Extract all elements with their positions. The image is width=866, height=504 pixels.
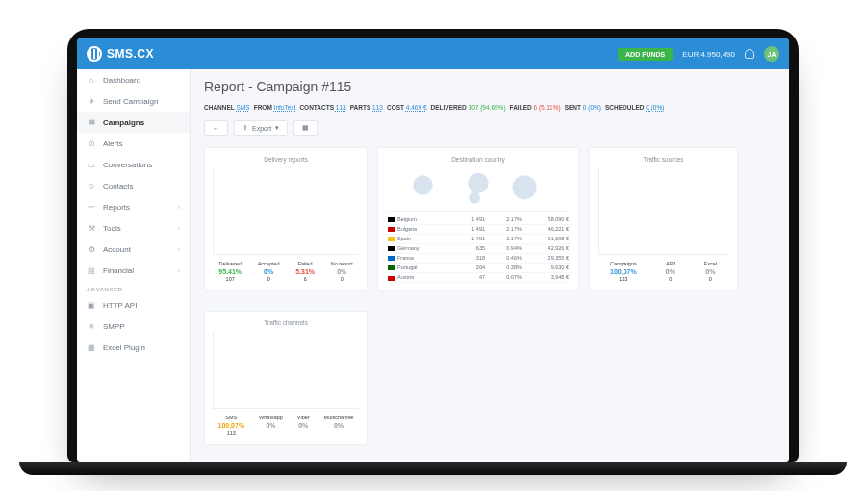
kpi-label: API xyxy=(666,261,675,267)
avatar[interactable]: JA xyxy=(764,46,779,62)
sidebar-item-conversations[interactable]: ▭Conversations xyxy=(77,154,190,175)
add-funds-button[interactable]: ADD FUNDS xyxy=(618,48,673,61)
tools-icon: ⚒ xyxy=(87,223,96,233)
meta-label: SENT xyxy=(565,104,581,111)
kpi-label: Excel xyxy=(704,261,717,267)
smpp-icon: ✳ xyxy=(87,321,96,331)
kpi-value: 100,07% xyxy=(217,421,244,430)
sidebar-item-send-campaign[interactable]: ✈Send Campaign xyxy=(77,90,190,112)
sidebar-item-tools[interactable]: ⚒Tools› xyxy=(77,217,190,239)
meta-value[interactable]: 113 xyxy=(372,104,383,111)
sidebar-item-dashboard[interactable]: ⌂Dashboard xyxy=(77,69,190,90)
balance-text: EUR 4.950,490 xyxy=(682,50,735,59)
meta-label: FROM xyxy=(254,104,272,111)
meta-label: FAILED xyxy=(510,104,532,111)
send-icon: ✈ xyxy=(87,96,96,106)
card-delivery-reports: Delivery reports Delivered95.41%107 Acce… xyxy=(204,147,368,291)
meta-value[interactable]: 6 (5.31%) xyxy=(534,104,561,111)
kpi-value: 0% xyxy=(259,421,283,430)
flag-icon xyxy=(388,265,395,270)
sidebar-item-alerts[interactable]: ⊙Alerts xyxy=(77,133,190,154)
kpi-label: Delivered xyxy=(218,261,242,267)
meta-value[interactable]: InfoText xyxy=(274,104,296,111)
sidebar-item-label: Reports xyxy=(103,203,130,212)
kpi-row: Campaigns100,07%113 API0%0 Excel0%0 xyxy=(598,261,729,283)
meta-value[interactable]: 0 (0%) xyxy=(583,104,601,111)
kpi-row: SMS100,07%113 Whatsapp0% Viber0% Multich… xyxy=(213,415,359,437)
sidebar-item-account[interactable]: ⚙Account› xyxy=(77,239,190,260)
kpi-row: Delivered95.41%107 Accepted0%0 Failed5.3… xyxy=(213,261,359,283)
sidebar-item-label: Campaigns xyxy=(103,118,144,127)
table-row: Belgium1 4912.17%58,090 € xyxy=(386,215,571,225)
kpi-label: SMS xyxy=(217,415,244,421)
meta-value[interactable]: 113 xyxy=(336,104,346,111)
meta-label: CHANNEL xyxy=(204,104,235,111)
world-map xyxy=(386,168,571,212)
sidebar-item-excel-plugin[interactable]: ▦Excel Plugin xyxy=(77,337,190,358)
country-table: Belgium1 4912.17%58,090 €Bulgaria1 4912.… xyxy=(386,215,571,283)
meta-value[interactable]: SMS xyxy=(237,104,250,111)
sidebar-item-contacts[interactable]: ☺Contacts xyxy=(77,175,190,196)
export-button[interactable]: ⇪Export ▾ xyxy=(234,120,288,136)
chevron-right-icon: › xyxy=(178,267,180,274)
page-title: Report - Campaign #115 xyxy=(204,79,776,94)
sidebar-item-http-api[interactable]: ▣HTTP API xyxy=(77,294,190,315)
card-destination-country: Destination country Belgium1 4912.17%58,… xyxy=(377,147,579,291)
flag-icon xyxy=(388,217,395,222)
flag-icon xyxy=(388,246,395,251)
kpi-value: 0% xyxy=(666,267,675,276)
kpi-value: 100,07% xyxy=(610,267,637,276)
kpi-value: 0% xyxy=(704,267,717,276)
topbar: SMS.CX ADD FUNDS EUR 4.950,490 JA xyxy=(77,38,789,69)
flag-icon xyxy=(388,237,395,241)
grid-toggle-button[interactable]: ▦ xyxy=(293,120,318,136)
meta-label: SCHEDULED xyxy=(605,104,644,111)
table-row: Austria470.07%3,948 € xyxy=(386,272,571,282)
meta-value[interactable]: 0 (0%) xyxy=(646,104,664,111)
sidebar-item-label: Tools xyxy=(103,224,121,233)
user-icon: ☺ xyxy=(87,181,96,190)
chat-icon: ▭ xyxy=(87,160,96,169)
export-label: Export xyxy=(252,125,271,132)
kpi-sub: 0 xyxy=(704,276,717,283)
kpi-value: 0% xyxy=(331,267,353,276)
kpi-sub: 6 xyxy=(295,276,315,283)
api-icon: ▣ xyxy=(87,300,96,310)
bell-icon[interactable] xyxy=(745,49,754,59)
kpi-value: 95.41% xyxy=(218,267,242,276)
sidebar-item-campaigns[interactable]: ✉Campaigns xyxy=(77,112,190,133)
sidebar-item-label: Alerts xyxy=(103,139,122,148)
back-button[interactable]: ← xyxy=(204,120,228,136)
meta-value[interactable]: 4.469 € xyxy=(406,104,427,111)
table-row: France3180.46%29,355 € xyxy=(386,253,571,263)
brand[interactable]: SMS.CX xyxy=(87,46,154,62)
sidebar-item-financial[interactable]: ▤Financial› xyxy=(77,260,190,281)
app-screen: SMS.CX ADD FUNDS EUR 4.950,490 JA ⌂Dashb… xyxy=(77,38,789,462)
card-title: Delivery reports xyxy=(213,156,359,163)
kpi-label: Campaigns xyxy=(610,261,637,267)
bar-chart xyxy=(598,168,729,255)
mail-icon: ✉ xyxy=(87,117,96,127)
home-icon: ⌂ xyxy=(87,75,96,85)
meta-value[interactable]: 107 (94.69%) xyxy=(469,104,506,111)
chevron-right-icon: › xyxy=(178,204,180,211)
excel-icon: ▦ xyxy=(87,342,96,352)
kpi-label: Failed xyxy=(295,261,315,267)
bar-chart xyxy=(213,168,359,255)
topbar-right: ADD FUNDS EUR 4.950,490 JA xyxy=(618,46,779,62)
sidebar-item-label: HTTP API xyxy=(103,301,137,310)
brand-text: SMS.CX xyxy=(107,47,154,61)
campaign-meta: CHANNEL SMS FROM InfoText CONTACTS 113 P… xyxy=(204,104,776,111)
kpi-sub: 0 xyxy=(666,276,675,283)
flag-icon xyxy=(388,256,395,261)
bar-chart xyxy=(213,332,359,409)
sidebar-item-label: Excel Plugin xyxy=(103,343,145,352)
kpi-label: Whatsapp xyxy=(259,415,283,421)
laptop-frame: SMS.CX ADD FUNDS EUR 4.950,490 JA ⌂Dashb… xyxy=(67,29,799,462)
flag-icon xyxy=(388,276,395,281)
sidebar-item-reports[interactable]: 〰Reports› xyxy=(77,196,190,217)
sidebar-item-smpp[interactable]: ✳SMPP xyxy=(77,315,190,337)
sidebar-item-label: Financial xyxy=(103,266,134,275)
kpi-sub: 113 xyxy=(610,276,637,283)
flag-icon xyxy=(388,227,395,232)
